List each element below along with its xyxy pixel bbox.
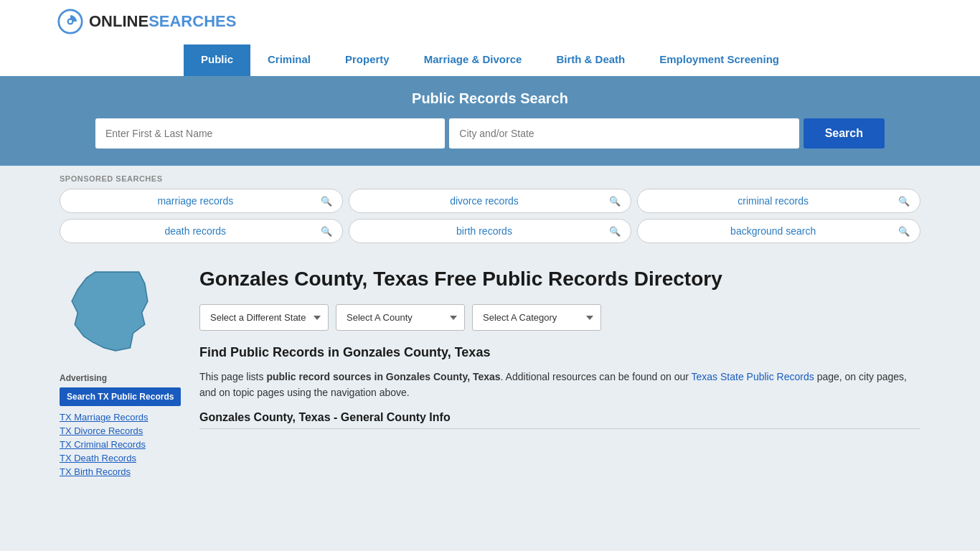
sidebar-link-divorce[interactable]: TX Divorce Records xyxy=(60,425,185,436)
sponsored-label: SPONSORED SEARCHES xyxy=(60,174,920,183)
sponsored-grid: marriage records 🔍 divorce records 🔍 cri… xyxy=(60,189,920,243)
search-icon-background: 🔍 xyxy=(898,226,910,237)
page-body: Advertising Search TX Public Records TX … xyxy=(45,266,935,494)
name-input[interactable] xyxy=(95,118,445,149)
texas-map xyxy=(60,266,160,359)
sponsored-text-birth: birth records xyxy=(359,225,610,237)
svg-marker-3 xyxy=(72,272,148,351)
description-text: This page lists public record sources in… xyxy=(199,369,920,401)
category-dropdown[interactable]: Select A Category xyxy=(472,304,601,331)
search-icon-marriage: 🔍 xyxy=(321,196,332,207)
nav-employment[interactable]: Employment Screening xyxy=(642,44,796,76)
nav-marriage-divorce[interactable]: Marriage & Divorce xyxy=(407,44,540,76)
logo-online: ONLINE xyxy=(89,12,149,30)
page-title: Gonzales County, Texas Free Public Recor… xyxy=(199,266,920,291)
desc-part2: . Additional resources can be found on o… xyxy=(501,371,692,382)
sidebar-link-criminal[interactable]: TX Criminal Records xyxy=(60,439,185,450)
county-dropdown[interactable]: Select A County xyxy=(336,304,465,331)
search-banner: Public Records Search Search xyxy=(0,76,980,166)
logo-text: ONLINESEARCHES xyxy=(89,12,236,31)
search-icon-death: 🔍 xyxy=(321,226,332,237)
desc-part1: This page lists xyxy=(199,371,266,382)
sponsored-text-divorce: divorce records xyxy=(359,195,610,207)
sponsored-divorce-records[interactable]: divorce records 🔍 xyxy=(349,189,632,213)
sponsored-marriage-records[interactable]: marriage records 🔍 xyxy=(60,189,343,213)
sidebar: Advertising Search TX Public Records TX … xyxy=(60,266,185,494)
search-icon-birth: 🔍 xyxy=(609,226,621,237)
nav-birth-death[interactable]: Birth & Death xyxy=(539,44,642,76)
advertising-label: Advertising xyxy=(60,373,185,383)
search-button[interactable]: Search xyxy=(804,118,885,149)
nav-public[interactable]: Public xyxy=(184,44,250,76)
logo-icon xyxy=(57,9,83,34)
sponsored-background-search[interactable]: background search 🔍 xyxy=(637,219,920,243)
main-panel: Gonzales County, Texas Free Public Recor… xyxy=(199,266,920,494)
sponsored-text-background: background search xyxy=(648,225,898,237)
find-records-title: Find Public Records in Gonzales County, … xyxy=(199,345,920,360)
county-info-title: Gonzales County, Texas - General County … xyxy=(199,411,920,429)
dropdown-row: Select a Different State Select A County… xyxy=(199,304,920,331)
search-banner-title: Public Records Search xyxy=(29,90,951,107)
sponsored-criminal-records[interactable]: criminal records 🔍 xyxy=(637,189,920,213)
desc-bold: public record sources in Gonzales County… xyxy=(266,371,500,382)
header: ONLINESEARCHES Public Criminal Property … xyxy=(0,0,980,76)
nav-criminal[interactable]: Criminal xyxy=(250,44,328,76)
sponsored-text-criminal: criminal records xyxy=(648,195,898,207)
sponsored-birth-records[interactable]: birth records 🔍 xyxy=(349,219,632,243)
sponsored-text-death: death records xyxy=(70,225,321,237)
logo-searches: SEARCHES xyxy=(149,12,236,30)
svg-point-2 xyxy=(69,20,72,24)
search-form: Search xyxy=(95,118,885,149)
logo-area: ONLINESEARCHES xyxy=(14,9,236,34)
main-nav: Public Criminal Property Marriage & Divo… xyxy=(14,44,966,76)
search-icon-divorce: 🔍 xyxy=(609,196,621,207)
sponsored-death-records[interactable]: death records 🔍 xyxy=(60,219,343,243)
sponsored-section: SPONSORED SEARCHES marriage records 🔍 di… xyxy=(45,166,935,266)
location-input[interactable] xyxy=(449,118,798,149)
sidebar-link-death[interactable]: TX Death Records xyxy=(60,453,185,463)
search-icon-criminal: 🔍 xyxy=(898,196,910,207)
state-dropdown[interactable]: Select a Different State xyxy=(199,304,329,331)
tx-records-link[interactable]: Texas State Public Records xyxy=(692,371,814,382)
sponsored-text-marriage: marriage records xyxy=(70,195,321,207)
sidebar-link-birth[interactable]: TX Birth Records xyxy=(60,466,185,477)
nav-property[interactable]: Property xyxy=(328,44,407,76)
ad-search-button[interactable]: Search TX Public Records xyxy=(60,387,181,406)
sidebar-link-marriage[interactable]: TX Marriage Records xyxy=(60,412,185,423)
